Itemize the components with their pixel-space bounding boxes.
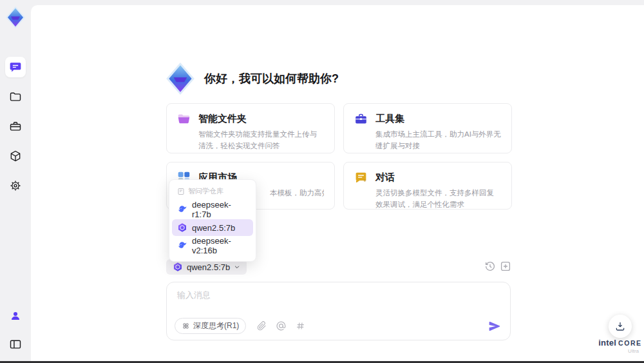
model-option-label: deepseek-v2:16b bbox=[192, 236, 248, 255]
panel-toggle-icon bbox=[9, 338, 22, 351]
card-description: 智能文件夹功能支持批量文件上传与清洗，轻松实现文件问答 bbox=[198, 129, 324, 152]
model-dropdown-header-label: 智问学仓库 bbox=[188, 186, 223, 196]
card-toolset[interactable]: 工具集 集成市场上主流工具，助力AI与外界无缝扩展与对接 bbox=[343, 103, 512, 153]
card-title: 智能文件夹 bbox=[198, 113, 247, 125]
card-dialog[interactable]: 对话 灵活切换多模型文件，支持多样回复效果调试，满足个性化需求 bbox=[343, 162, 512, 210]
deepseek-icon bbox=[177, 204, 187, 215]
model-option-qwen[interactable]: qwen2.5:7b bbox=[172, 219, 253, 236]
user-icon bbox=[10, 310, 21, 322]
new-chat-icon[interactable] bbox=[500, 260, 511, 272]
toolset-icon bbox=[354, 112, 368, 126]
sidebar bbox=[0, 0, 31, 361]
ultra-wordmark: Ultra bbox=[598, 348, 643, 354]
message-input-placeholder: 输入消息 bbox=[177, 289, 211, 301]
folder-icon bbox=[9, 90, 22, 103]
sidebar-item-account[interactable] bbox=[5, 306, 26, 326]
repository-icon bbox=[177, 188, 185, 195]
qwen-icon bbox=[173, 262, 183, 272]
intel-core-badge: intel core Ultra bbox=[598, 338, 643, 354]
deepseek-icon bbox=[177, 240, 187, 251]
mention-icon[interactable] bbox=[276, 320, 287, 331]
intel-wordmark: intel bbox=[598, 338, 616, 348]
model-option-label: deepseek-r1:7b bbox=[192, 200, 248, 219]
deep-think-toggle[interactable]: 深度思考(R1) bbox=[175, 318, 246, 334]
sidebar-item-settings[interactable] bbox=[5, 175, 26, 196]
send-icon[interactable] bbox=[488, 320, 501, 333]
paperclip-icon[interactable] bbox=[256, 320, 267, 331]
cube-icon bbox=[9, 150, 22, 162]
model-dropdown-header: 智问学仓库 bbox=[169, 184, 256, 200]
sidebar-item-chat[interactable] bbox=[5, 57, 26, 77]
sidebar-item-apps[interactable] bbox=[5, 146, 26, 166]
model-dropdown: 智问学仓库 deepseek-r1:7b qwen2.5:7b deepseek… bbox=[169, 179, 256, 262]
card-title: 对话 bbox=[375, 172, 395, 184]
dialog-icon bbox=[354, 171, 368, 184]
sidebar-item-tools[interactable] bbox=[5, 116, 26, 137]
message-input[interactable]: 输入消息 深度思考(R1) bbox=[166, 282, 511, 340]
card-title: 工具集 bbox=[375, 113, 404, 125]
core-wordmark: core bbox=[618, 339, 642, 347]
chevron-down-icon bbox=[234, 264, 240, 270]
deep-think-label: 深度思考(R1) bbox=[193, 320, 239, 331]
sidebar-item-collapse[interactable] bbox=[5, 334, 26, 355]
download-icon bbox=[614, 320, 626, 332]
card-smart-folder[interactable]: 智能文件夹 智能文件夹功能支持批量文件上传与清洗，轻松实现文件问答 bbox=[166, 103, 335, 153]
greeting-text: 你好，我可以如何帮助你? bbox=[204, 71, 339, 86]
greeting-logo bbox=[163, 61, 198, 96]
atom-icon bbox=[182, 322, 190, 330]
card-description: 本模板，助力高效生成多 bbox=[270, 188, 324, 199]
app-logo bbox=[5, 5, 26, 30]
card-description: 集成市场上主流工具，助力AI与外界无缝扩展与对接 bbox=[375, 129, 501, 152]
hash-icon[interactable] bbox=[295, 320, 306, 331]
card-description: 灵活切换多模型文件，支持多样回复效果调试，满足个性化需求 bbox=[375, 188, 501, 211]
chat-icon bbox=[9, 61, 22, 74]
download-button[interactable] bbox=[609, 315, 632, 338]
toolbox-icon bbox=[9, 120, 22, 133]
sidebar-item-folders[interactable] bbox=[5, 86, 26, 107]
model-option-deepseek-r1[interactable]: deepseek-r1:7b bbox=[172, 201, 253, 218]
smart-folder-icon bbox=[177, 112, 191, 126]
model-option-label: qwen2.5:7b bbox=[192, 223, 235, 233]
history-icon[interactable] bbox=[484, 260, 496, 272]
model-selector-value: qwen2.5:7b bbox=[187, 262, 230, 272]
model-option-deepseek-v2[interactable]: deepseek-v2:16b bbox=[172, 237, 253, 254]
qwen-icon bbox=[177, 222, 187, 233]
gear-icon bbox=[9, 179, 22, 192]
